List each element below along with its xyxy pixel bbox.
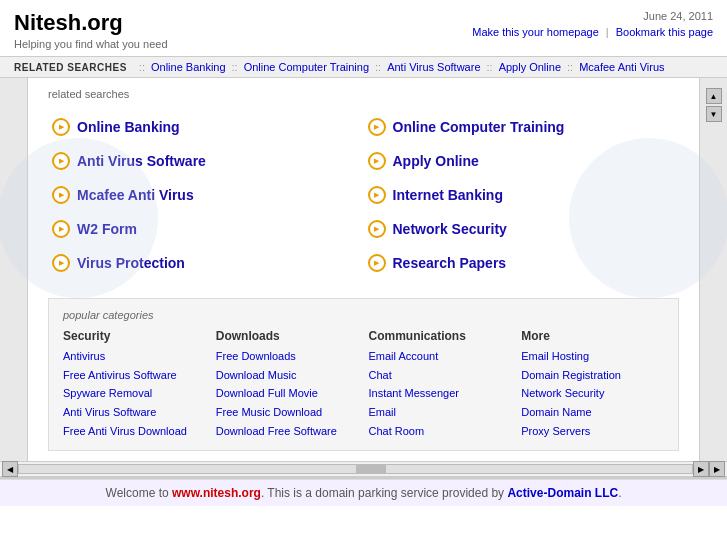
pop-link-free-antivirus[interactable]: Free Antivirus Software bbox=[63, 366, 206, 385]
footer-site-name: www.nitesh.org bbox=[172, 486, 261, 500]
pop-link-download-movie[interactable]: Download Full Movie bbox=[216, 384, 359, 403]
homepage-link[interactable]: Make this your homepage bbox=[472, 26, 599, 38]
scroll-up-button[interactable]: ▲ bbox=[706, 88, 722, 104]
pop-link-email-account[interactable]: Email Account bbox=[369, 347, 512, 366]
arrow-icon bbox=[52, 220, 70, 238]
pop-link-antivirus-software[interactable]: Anti Virus Software bbox=[63, 403, 206, 422]
footer-provider: Active-Domain LLC bbox=[507, 486, 618, 500]
bar-link-2[interactable]: Online Computer Training bbox=[244, 61, 369, 73]
arrow-icon bbox=[52, 254, 70, 272]
header: Nitesh.org Helping you find what you nee… bbox=[0, 0, 727, 57]
arrow-icon bbox=[52, 118, 70, 136]
popular-col-security-heading: Security bbox=[63, 329, 206, 343]
bar-link-5[interactable]: Mcafee Anti Virus bbox=[579, 61, 664, 73]
scroll-right-button-1[interactable]: ▶ bbox=[693, 461, 709, 477]
rs-link-internet-banking[interactable]: Internet Banking bbox=[393, 187, 503, 203]
pop-link-domain-name[interactable]: Domain Name bbox=[521, 403, 664, 422]
link-separator: | bbox=[606, 26, 612, 38]
bar-link-4[interactable]: Apply Online bbox=[499, 61, 561, 73]
footer-end: . bbox=[618, 486, 621, 500]
center-wrapper: related searches Online Banking Online C… bbox=[28, 78, 699, 461]
list-item: Online Banking bbox=[48, 110, 364, 144]
rs-link-research-papers[interactable]: Research Papers bbox=[393, 255, 507, 271]
popular-col-more-heading: More bbox=[521, 329, 664, 343]
arrow-icon bbox=[368, 118, 386, 136]
scroll-thumb[interactable] bbox=[356, 465, 386, 473]
pop-link-download-software[interactable]: Download Free Software bbox=[216, 422, 359, 441]
popular-col-downloads: Downloads Free Downloads Download Music … bbox=[216, 329, 359, 440]
scroll-left-button[interactable]: ◀ bbox=[2, 461, 18, 477]
pop-link-domain-registration[interactable]: Domain Registration bbox=[521, 366, 664, 385]
popular-col-security: Security Antivirus Free Antivirus Softwa… bbox=[63, 329, 206, 440]
popular-col-communications: Communications Email Account Chat Instan… bbox=[369, 329, 512, 440]
popular-col-communications-heading: Communications bbox=[369, 329, 512, 343]
rs-section-title: related searches bbox=[48, 88, 679, 100]
pop-link-email[interactable]: Email bbox=[369, 403, 512, 422]
footer-intro: Welcome to bbox=[106, 486, 172, 500]
bar-sep-4: :: bbox=[487, 61, 493, 73]
pop-link-antivirus[interactable]: Antivirus bbox=[63, 347, 206, 366]
bg-circle-right bbox=[569, 138, 727, 298]
footer-middle: . This is a domain parking service provi… bbox=[261, 486, 508, 500]
scroll-track[interactable] bbox=[18, 464, 693, 474]
footer: Welcome to www.nitesh.org. This is a dom… bbox=[0, 477, 727, 506]
bar-sep-3: :: bbox=[375, 61, 381, 73]
arrow-icon bbox=[52, 152, 70, 170]
related-searches-bar: RELATED SEARCHES :: Online Banking :: On… bbox=[0, 57, 727, 78]
pop-link-chat-room[interactable]: Chat Room bbox=[369, 422, 512, 441]
footer-provider-link[interactable]: Active-Domain LLC bbox=[507, 486, 618, 500]
bar-sep-5: :: bbox=[567, 61, 573, 73]
pop-link-free-music[interactable]: Free Music Download bbox=[216, 403, 359, 422]
bar-link-3[interactable]: Anti Virus Software bbox=[387, 61, 480, 73]
bar-sep-1: :: bbox=[139, 61, 145, 73]
footer-text: Welcome to www.nitesh.org. This is a dom… bbox=[0, 479, 727, 506]
scroll-down-button[interactable]: ▼ bbox=[706, 106, 722, 122]
arrow-icon bbox=[368, 220, 386, 238]
site-tagline: Helping you find what you need bbox=[14, 38, 168, 50]
related-searches-label: RELATED SEARCHES bbox=[14, 62, 127, 73]
pop-link-download-music[interactable]: Download Music bbox=[216, 366, 359, 385]
rs-link-network-security[interactable]: Network Security bbox=[393, 221, 507, 237]
popular-grid: Security Antivirus Free Antivirus Softwa… bbox=[63, 329, 664, 440]
bar-sep-2: :: bbox=[232, 61, 238, 73]
popular-col-more: More Email Hosting Domain Registration N… bbox=[521, 329, 664, 440]
site-logo: Nitesh.org bbox=[14, 10, 168, 36]
pop-link-free-downloads[interactable]: Free Downloads bbox=[216, 347, 359, 366]
bg-circle-left bbox=[0, 138, 158, 298]
footer-site-link[interactable]: www.nitesh.org bbox=[172, 486, 261, 500]
header-links: Make this your homepage | Bookmark this … bbox=[472, 26, 713, 38]
logo-area: Nitesh.org Helping you find what you nee… bbox=[14, 10, 168, 50]
pop-link-spyware[interactable]: Spyware Removal bbox=[63, 384, 206, 403]
scroll-right-button-2[interactable]: ▶ bbox=[709, 461, 725, 477]
arrow-icon bbox=[368, 186, 386, 204]
rs-link-apply-online[interactable]: Apply Online bbox=[393, 153, 479, 169]
pop-link-instant-messenger[interactable]: Instant Messenger bbox=[369, 384, 512, 403]
pop-link-proxy-servers[interactable]: Proxy Servers bbox=[521, 422, 664, 441]
rs-link-online-computer-training[interactable]: Online Computer Training bbox=[393, 119, 565, 135]
bar-link-1[interactable]: Online Banking bbox=[151, 61, 226, 73]
rs-link-online-banking[interactable]: Online Banking bbox=[77, 119, 180, 135]
arrow-icon bbox=[368, 152, 386, 170]
popular-title: popular categories bbox=[63, 309, 664, 321]
main-area: related searches Online Banking Online C… bbox=[0, 78, 727, 461]
pop-link-network-security[interactable]: Network Security bbox=[521, 384, 664, 403]
header-right: June 24, 2011 Make this your homepage | … bbox=[472, 10, 713, 38]
pop-link-chat[interactable]: Chat bbox=[369, 366, 512, 385]
horizontal-scrollbar[interactable]: ◀ ▶ ▶ bbox=[0, 461, 727, 477]
arrow-icon bbox=[368, 254, 386, 272]
popular-categories-section: popular categories Security Antivirus Fr… bbox=[48, 298, 679, 451]
arrow-icon bbox=[52, 186, 70, 204]
bookmark-link[interactable]: Bookmark this page bbox=[616, 26, 713, 38]
pop-link-email-hosting[interactable]: Email Hosting bbox=[521, 347, 664, 366]
header-date: June 24, 2011 bbox=[472, 10, 713, 22]
pop-link-free-anti-virus[interactable]: Free Anti Virus Download bbox=[63, 422, 206, 441]
popular-col-downloads-heading: Downloads bbox=[216, 329, 359, 343]
